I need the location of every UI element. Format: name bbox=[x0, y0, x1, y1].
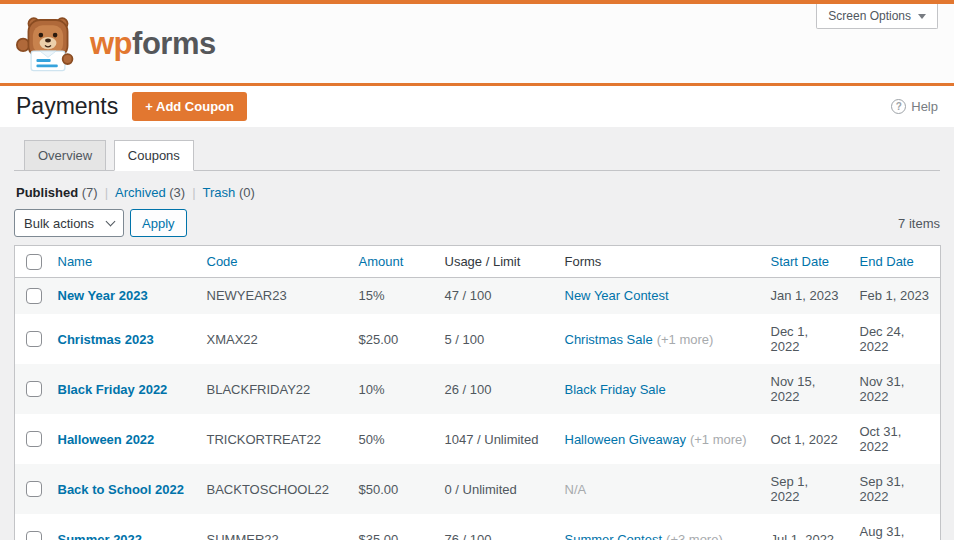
row-checkbox[interactable] bbox=[26, 431, 42, 447]
start-date: Sep 1, 2022 bbox=[761, 464, 850, 514]
table-row: New Year 2023 NEWYEAR23 15% 47 / 100 New… bbox=[15, 277, 941, 314]
end-date: Sep 31, 2022 bbox=[850, 464, 941, 514]
start-date: Nov 15, 2022 bbox=[761, 364, 850, 414]
coupon-name-link[interactable]: Black Friday 2022 bbox=[58, 382, 168, 397]
form-link[interactable]: Halloween Giveaway bbox=[565, 432, 686, 447]
end-date: Oct 31, 2022 bbox=[850, 414, 941, 464]
table-row: Halloween 2022 TRICKORTREAT22 50% 1047 /… bbox=[15, 414, 941, 464]
start-date: Dec 1, 2022 bbox=[761, 314, 850, 364]
page-title: Payments bbox=[16, 93, 118, 120]
form-link[interactable]: Christmas Sale bbox=[565, 332, 653, 347]
coupon-amount: $50.00 bbox=[349, 464, 435, 514]
end-date: Aug 31, 2022 bbox=[850, 514, 941, 540]
form-link[interactable]: Black Friday Sale bbox=[565, 382, 666, 397]
start-date: Jul 1, 2022 bbox=[761, 514, 850, 540]
wpforms-wordmark: wpforms bbox=[90, 26, 216, 62]
coupon-name-link[interactable]: Christmas 2023 bbox=[58, 332, 154, 347]
row-checkbox[interactable] bbox=[26, 481, 42, 497]
table-header: Name Code Amount Usage / Limit Forms Sta… bbox=[15, 246, 941, 278]
sort-name-header[interactable]: Name bbox=[58, 254, 93, 269]
table-row: Black Friday 2022 BLACKFRIDAY22 10% 26 /… bbox=[15, 364, 941, 414]
row-checkbox[interactable] bbox=[26, 331, 42, 347]
coupon-code: SUMMER22 bbox=[197, 514, 349, 540]
separator: | bbox=[185, 185, 202, 200]
start-date: Oct 1, 2022 bbox=[761, 414, 850, 464]
coupon-usage: 0 / Unlimited bbox=[435, 464, 555, 514]
coupon-usage: 26 / 100 bbox=[435, 364, 555, 414]
coupon-code: XMAX22 bbox=[197, 314, 349, 364]
select-all-checkbox[interactable] bbox=[26, 254, 42, 270]
forms-na: N/A bbox=[565, 482, 587, 497]
forms-header: Forms bbox=[555, 246, 761, 278]
apply-button[interactable]: Apply bbox=[130, 209, 187, 237]
add-coupon-button[interactable]: + Add Coupon bbox=[132, 92, 247, 121]
view-archived-link[interactable]: Archived (3) bbox=[115, 185, 185, 200]
table-row: Christmas 2023 XMAX22 $25.00 5 / 100 Chr… bbox=[15, 314, 941, 364]
view-published-link[interactable]: Published (7) bbox=[16, 185, 98, 200]
wordmark-wp: wp bbox=[90, 26, 132, 61]
wpforms-logo: wpforms bbox=[16, 15, 216, 73]
wpforms-bear-icon bbox=[16, 15, 80, 73]
row-checkbox[interactable] bbox=[26, 381, 42, 397]
coupon-usage: 1047 / Unlimited bbox=[435, 414, 555, 464]
coupon-usage: 76 / 100 bbox=[435, 514, 555, 540]
title-bar: Payments + Add Coupon ? Help bbox=[0, 86, 954, 127]
screen-options-button[interactable]: Screen Options bbox=[816, 4, 938, 29]
forms-extra: (+1 more) bbox=[690, 432, 747, 447]
table-row: Summer 2022 SUMMER22 $35.00 76 / 100 Sum… bbox=[15, 514, 941, 540]
sort-amount-header[interactable]: Amount bbox=[359, 254, 404, 269]
masthead: wpforms Screen Options bbox=[0, 4, 954, 86]
tab-bar: Overview Coupons bbox=[14, 140, 940, 171]
forms-extra: (+1 more) bbox=[657, 332, 714, 347]
coupon-usage: 47 / 100 bbox=[435, 277, 555, 314]
chevron-down-icon bbox=[918, 14, 926, 19]
trash-count: (0) bbox=[239, 185, 255, 200]
coupon-name-link[interactable]: Halloween 2022 bbox=[58, 432, 155, 447]
start-date: Jan 1, 2023 bbox=[761, 277, 850, 314]
sort-start-date-header[interactable]: Start Date bbox=[771, 254, 830, 269]
status-filter-links: Published (7)|Archived (3)|Trash (0) bbox=[16, 185, 940, 200]
form-link[interactable]: New Year Contest bbox=[565, 288, 669, 303]
help-icon: ? bbox=[891, 99, 906, 114]
coupon-code: BLACKFRIDAY22 bbox=[197, 364, 349, 414]
form-link[interactable]: Summer Contest bbox=[565, 532, 663, 540]
table-row: Back to School 2022 BACKTOSCHOOL22 $50.0… bbox=[15, 464, 941, 514]
row-checkbox[interactable] bbox=[26, 288, 42, 304]
view-trash-link[interactable]: Trash (0) bbox=[203, 185, 255, 200]
end-date: Dec 24, 2022 bbox=[850, 314, 941, 364]
coupon-name-link[interactable]: Back to School 2022 bbox=[58, 482, 184, 497]
items-count: 7 items bbox=[898, 216, 940, 231]
help-link[interactable]: ? Help bbox=[891, 99, 938, 114]
coupon-amount: 10% bbox=[349, 364, 435, 414]
sort-code-header[interactable]: Code bbox=[207, 254, 238, 269]
end-date: Nov 31, 2022 bbox=[850, 364, 941, 414]
published-count: (7) bbox=[82, 185, 98, 200]
screen-options-label: Screen Options bbox=[828, 9, 911, 23]
help-label: Help bbox=[911, 99, 938, 114]
usage-limit-header: Usage / Limit bbox=[435, 246, 555, 278]
coupons-table: Name Code Amount Usage / Limit Forms Sta… bbox=[14, 245, 941, 540]
tab-coupons[interactable]: Coupons bbox=[114, 140, 194, 171]
tab-overview[interactable]: Overview bbox=[24, 140, 106, 171]
coupon-code: NEWYEAR23 bbox=[197, 277, 349, 314]
coupon-name-link[interactable]: Summer 2022 bbox=[58, 532, 143, 540]
separator: | bbox=[98, 185, 115, 200]
sort-end-date-header[interactable]: End Date bbox=[860, 254, 914, 269]
coupon-code: TRICKORTREAT22 bbox=[197, 414, 349, 464]
coupon-amount: $25.00 bbox=[349, 314, 435, 364]
wordmark-forms: forms bbox=[132, 26, 216, 61]
bulk-actions-select-wrap: Bulk actions bbox=[14, 209, 124, 237]
end-date: Feb 1, 2023 bbox=[850, 277, 941, 314]
table-nav-top: Bulk actions Apply 7 items bbox=[14, 209, 940, 237]
bulk-actions-select[interactable]: Bulk actions bbox=[14, 209, 124, 237]
coupon-amount: 50% bbox=[349, 414, 435, 464]
coupon-amount: 15% bbox=[349, 277, 435, 314]
main-content: Overview Coupons Published (7)|Archived … bbox=[0, 140, 954, 540]
coupon-name-link[interactable]: New Year 2023 bbox=[58, 288, 148, 303]
coupon-amount: $35.00 bbox=[349, 514, 435, 540]
coupon-usage: 5 / 100 bbox=[435, 314, 555, 364]
row-checkbox[interactable] bbox=[26, 531, 42, 540]
archived-count: (3) bbox=[169, 185, 185, 200]
coupon-code: BACKTOSCHOOL22 bbox=[197, 464, 349, 514]
forms-more-link[interactable]: (+3 more) bbox=[666, 532, 723, 540]
